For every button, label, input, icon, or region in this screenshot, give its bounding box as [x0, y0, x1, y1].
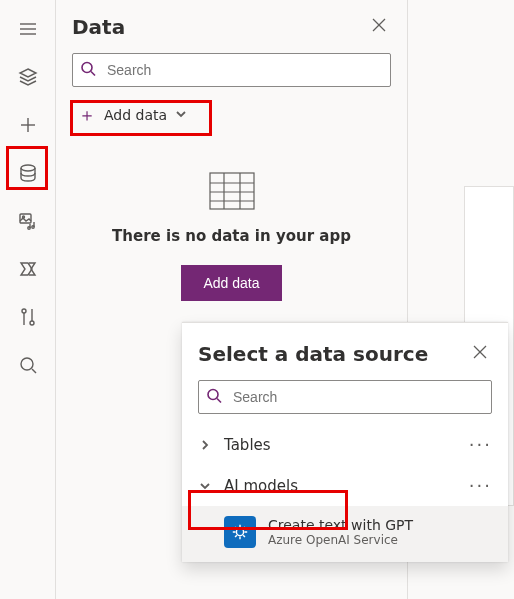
svg-line-30 [217, 399, 221, 403]
model-subtitle: Azure OpenAI Service [268, 533, 413, 547]
flyout-close-icon[interactable] [468, 339, 492, 368]
search-icon [206, 388, 222, 407]
svg-point-11 [22, 309, 26, 313]
svg-line-20 [91, 72, 95, 76]
svg-point-31 [236, 528, 243, 535]
add-data-dropdown[interactable]: ＋ Add data [72, 99, 193, 131]
chevron-right-icon [198, 439, 212, 451]
openai-icon [224, 516, 256, 548]
svg-point-15 [21, 358, 33, 370]
add-data-label: Add data [104, 107, 167, 123]
ai-model-item[interactable]: Create text with GPT Azure OpenAI Servic… [182, 506, 508, 562]
add-icon[interactable] [11, 108, 45, 142]
svg-line-16 [32, 369, 36, 373]
search-icon [80, 61, 96, 80]
ai-models-row[interactable]: AI models ··· [182, 465, 508, 506]
flyout-header: Select a data source [182, 339, 508, 380]
plus-icon: ＋ [78, 103, 96, 127]
more-icon[interactable]: ··· [469, 475, 492, 496]
svg-point-6 [21, 165, 35, 171]
svg-point-10 [31, 226, 33, 228]
hamburger-icon[interactable] [11, 12, 45, 46]
tools-icon[interactable] [11, 300, 45, 334]
svg-marker-3 [20, 69, 36, 77]
data-icon[interactable] [11, 156, 45, 190]
svg-point-19 [82, 63, 92, 73]
empty-message: There is no data in your app [72, 227, 391, 245]
svg-point-29 [208, 390, 218, 400]
search-rail-icon[interactable] [11, 348, 45, 382]
flyout-title: Select a data source [198, 342, 428, 366]
svg-point-9 [27, 227, 29, 229]
search-input[interactable] [72, 53, 391, 87]
media-icon[interactable] [11, 204, 45, 238]
svg-rect-21 [210, 173, 254, 209]
tables-row[interactable]: Tables ··· [182, 424, 508, 465]
panel-title: Data [72, 15, 125, 39]
panel-search [72, 53, 391, 87]
nav-rail [0, 0, 56, 599]
flows-icon[interactable] [11, 252, 45, 286]
layers-icon[interactable] [11, 60, 45, 94]
model-text: Create text with GPT Azure OpenAI Servic… [268, 517, 413, 547]
close-icon[interactable] [367, 12, 391, 41]
svg-point-13 [30, 321, 34, 325]
panel-header: Data [72, 12, 391, 41]
flyout-search-input[interactable] [198, 380, 492, 414]
table-icon [208, 171, 256, 211]
empty-state: There is no data in your app Add data [72, 171, 391, 301]
chevron-down-icon [175, 107, 187, 123]
model-title: Create text with GPT [268, 517, 413, 533]
tables-label: Tables [224, 436, 457, 454]
chevron-down-icon [198, 480, 212, 492]
data-source-flyout: Select a data source Tables ··· AI model… [182, 322, 508, 562]
more-icon[interactable]: ··· [469, 434, 492, 455]
ai-models-label: AI models [224, 477, 457, 495]
flyout-search [198, 380, 492, 414]
add-data-button[interactable]: Add data [181, 265, 281, 301]
